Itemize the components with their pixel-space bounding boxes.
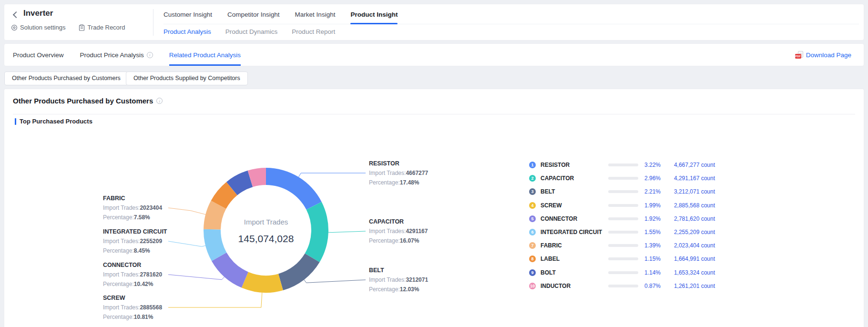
subtab-product-analysis[interactable]: Product Analysis <box>163 25 211 39</box>
callout-trades: Import Trades:2781620 <box>103 270 174 279</box>
legend-count: 2,885,568 count <box>653 202 715 209</box>
tab-product-insight[interactable]: Product Insight <box>350 6 398 24</box>
legend-rank-badge: 1 <box>529 162 536 168</box>
legend-rank-badge: 10 <box>529 283 536 289</box>
legend-count: 3,212,071 count <box>653 188 715 195</box>
legend-rank-badge: 7 <box>529 242 536 249</box>
callout-belt: BELTImport Trades:3212071Percentage:12.0… <box>369 266 440 294</box>
filter-button-other-products-purchased-by-customers[interactable]: Other Products Purchased by Customers <box>4 72 128 85</box>
page-header: Inverter Solution settingsTrade Record C… <box>4 4 864 41</box>
legend-name: LABEL <box>541 255 560 262</box>
legend-name: BELT <box>541 188 555 195</box>
donut-segment-screw[interactable] <box>242 272 283 293</box>
legend-name: BOLT <box>541 269 556 276</box>
subtab-product-report[interactable]: Product Report <box>292 25 335 39</box>
insight-tabs: Customer InsightCompetitor InsightMarket… <box>163 6 859 24</box>
back-chevron-icon[interactable] <box>13 11 20 18</box>
tab-market-insight[interactable]: Market Insight <box>295 6 336 24</box>
callout-trades: Import Trades:2023404 <box>103 203 174 213</box>
legend-rank-badge: 8 <box>529 255 536 262</box>
donut-segment-capacitor[interactable] <box>305 202 328 262</box>
legend-count: 2,781,620 count <box>653 215 715 222</box>
analysis-toolbar: Product OverviewProduct Price AnalysisiR… <box>4 43 864 66</box>
clipboard-icon <box>79 24 85 31</box>
header-link-label: Solution settings <box>20 24 65 31</box>
legend-name: INTEGRATED CIRCUIT <box>541 229 602 235</box>
filter-button-other-products-supplied-by-competitors[interactable]: Other Products Supplied by Competitors <box>126 72 248 85</box>
legend-count: 2,255,209 count <box>653 229 715 235</box>
tab-customer-insight[interactable]: Customer Insight <box>163 6 212 24</box>
legend-count: 1,261,201 count <box>653 283 715 289</box>
legend-name: SCREW <box>541 202 562 209</box>
tool-tab-label: Product Price Analysis <box>80 51 144 59</box>
subtab-product-dynamics[interactable]: Product Dynamics <box>225 25 278 39</box>
tool-tab-related-product-analysis[interactable]: Related Product Analysis <box>169 44 241 66</box>
donut-chart[interactable] <box>4 89 552 327</box>
legend-row-bolt[interactable]: 9BOLT1.14%1,653,324 count <box>529 266 715 279</box>
legend-row-capacitor[interactable]: 2CAPACITOR2.96%4,291,167 count <box>529 172 715 185</box>
leader-line-connector <box>168 275 225 280</box>
callout-name: RESISTOR <box>369 159 440 168</box>
callout-name: SCREW <box>103 293 174 303</box>
main-content-panel: Other Products Purchased by Customers i … <box>4 89 864 327</box>
callout-name: CAPACITOR <box>369 217 440 226</box>
legend-rank-badge: 4 <box>529 202 536 209</box>
callout-integrated-circuit: INTEGRATED CIRCUITImport Trades:2255209P… <box>103 227 174 255</box>
donut-segment-belt[interactable] <box>278 254 320 290</box>
callout-percentage: Percentage:7.58% <box>103 213 174 222</box>
callout-connector: CONNECTORImport Trades:2781620Percentage… <box>103 260 174 289</box>
callout-name: BELT <box>369 266 440 275</box>
callout-trades: Import Trades:4667277 <box>369 168 440 178</box>
callout-percentage: Percentage:16.07% <box>369 236 440 245</box>
donut-segment-resistor[interactable] <box>266 168 322 210</box>
legend-row-label[interactable]: 8LABEL1.15%1,664,991 count <box>529 252 715 266</box>
callout-percentage: Percentage:10.81% <box>103 312 174 322</box>
header-divider <box>153 9 153 36</box>
tool-tab-product-price-analysis[interactable]: Product Price Analysisi <box>80 44 153 66</box>
legend-row-belt[interactable]: 3BELT2.21%3,212,071 count <box>529 185 715 198</box>
legend-rank-badge: 6 <box>529 229 536 235</box>
page-title: Inverter <box>23 9 53 18</box>
legend-count: 4,291,167 count <box>653 175 715 182</box>
donut-center-value: 145,074,028 <box>204 233 328 245</box>
download-page-button[interactable]: PDF Download Page <box>795 44 851 66</box>
legend-row-fabric[interactable]: 7FABRIC1.39%2,023,404 count <box>529 239 715 252</box>
legend-row-resistor[interactable]: 1RESISTOR3.22%4,667,277 count <box>529 158 715 172</box>
legend-rank-badge: 2 <box>529 175 536 182</box>
callout-trades: Import Trades:2255209 <box>103 236 174 246</box>
toolbar-tabs: Product OverviewProduct Price AnalysisiR… <box>13 44 241 66</box>
header-link-label: Trade Record <box>87 24 125 31</box>
callout-trades: Import Trades:3212071 <box>369 275 440 285</box>
target-icon <box>11 24 18 31</box>
header-links: Solution settingsTrade Record <box>11 24 125 31</box>
pdf-icon: PDF <box>795 51 803 59</box>
callout-percentage: Percentage:10.42% <box>103 279 174 289</box>
legend-rank-badge: 9 <box>529 269 536 276</box>
legend-count: 1,653,324 count <box>653 269 715 276</box>
legend-name: FABRIC <box>541 242 562 249</box>
callout-percentage: Percentage:8.45% <box>103 246 174 255</box>
info-icon[interactable]: i <box>147 52 153 58</box>
legend-row-screw[interactable]: 4SCREW1.99%2,885,568 count <box>529 199 715 212</box>
header-link-solution-settings[interactable]: Solution settings <box>11 24 65 31</box>
legend-row-inductor[interactable]: 10INDUCTOR0.87%1,261,201 count <box>529 279 715 293</box>
legend-rank-badge: 3 <box>529 188 536 195</box>
download-page-label: Download Page <box>806 51 851 59</box>
leader-line-capacitor <box>328 231 366 233</box>
leader-line-screw <box>168 293 262 307</box>
leader-line-resistor <box>298 173 366 177</box>
legend-name: CONNECTOR <box>541 215 577 222</box>
callout-name: INTEGRATED CIRCUIT <box>103 227 174 236</box>
callout-name: CONNECTOR <box>103 260 174 270</box>
legend-row-integrated-circuit[interactable]: 6INTEGRATED CIRCUIT1.55%2,255,209 count <box>529 225 715 239</box>
legend-row-connector[interactable]: 5CONNECTOR1.92%2,781,620 count <box>529 212 715 225</box>
header-link-trade-record[interactable]: Trade Record <box>79 24 125 31</box>
tool-tab-label: Related Product Analysis <box>169 51 241 59</box>
tool-tab-product-overview[interactable]: Product Overview <box>13 44 64 66</box>
donut-center-label: Import Trades <box>214 218 318 226</box>
callout-screw: SCREWImport Trades:2885568Percentage:10.… <box>103 293 174 322</box>
callout-fabric: FABRICImport Trades:2023404Percentage:7.… <box>103 194 174 222</box>
chart-legend: 1RESISTOR3.22%4,667,277 count2CAPACITOR2… <box>529 158 715 293</box>
legend-count: 4,667,277 count <box>653 162 715 168</box>
tab-competitor-insight[interactable]: Competitor Insight <box>227 6 280 24</box>
